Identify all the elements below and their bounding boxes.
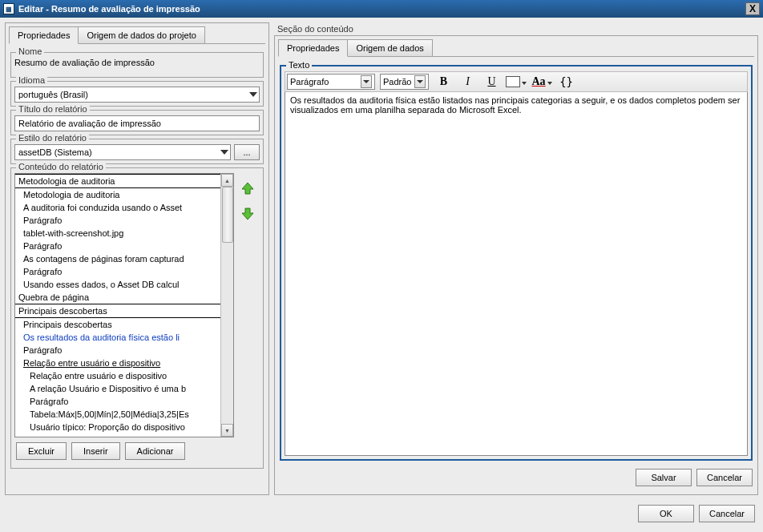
language-value: português (Brasil) (18, 90, 88, 99)
name-label: Nome (16, 46, 44, 56)
chevron-down-icon (522, 77, 527, 87)
move-down-button[interactable] (239, 205, 256, 223)
text-color-icon: Aa (531, 75, 545, 88)
cancel-button-inner[interactable]: Cancelar (696, 469, 753, 486)
text-label: Texto (286, 60, 312, 70)
ok-button[interactable]: OK (638, 505, 694, 522)
char-style-value: Padrão (383, 77, 411, 87)
paragraph-style-value: Parágrafo (290, 77, 357, 87)
editor-toolbar: Parágrafo Padrão B I U (285, 71, 748, 92)
list-item[interactable]: Relação entre usuário e dispositivo (15, 369, 220, 382)
right-panel: Seção do conteúdo Propriedades Origem de… (274, 22, 758, 495)
report-title-input[interactable] (14, 115, 260, 131)
scroll-up-button[interactable]: ▲ (221, 174, 233, 187)
cancel-button[interactable]: Cancelar (699, 505, 755, 522)
editor-textarea[interactable]: Os resultados da auditoria física estão … (285, 92, 748, 456)
italic-button[interactable]: I (458, 74, 477, 90)
content-list[interactable]: Metodologia de auditoriaMetodologia de a… (14, 173, 234, 437)
close-button[interactable]: X (745, 2, 760, 15)
underline-button[interactable]: U (482, 74, 501, 90)
dialog-button-bar: OK Cancelar (0, 500, 763, 527)
insert-button[interactable]: Inserir (71, 442, 120, 460)
list-item[interactable]: Quebra de página (15, 291, 220, 304)
text-color-button[interactable]: Aa (531, 75, 551, 88)
list-item[interactable]: Relação entre usuário e dispositivo (15, 357, 220, 369)
titlebar: ▦ Editar - Resumo de avaliação de impres… (0, 0, 763, 18)
chevron-down-icon (249, 92, 257, 97)
list-item[interactable]: Parágrafo (15, 265, 220, 278)
bg-color-button[interactable] (506, 76, 527, 87)
scroll-down-button[interactable]: ▼ (221, 424, 233, 437)
content-scrollbar[interactable]: ▲ ▼ (220, 174, 233, 437)
list-item[interactable]: Usando esses dados, o Asset DB calcul (15, 278, 220, 291)
style-value: assetDB (Sistema) (18, 147, 92, 157)
style-select[interactable]: assetDB (Sistema) (14, 144, 231, 160)
list-item[interactable]: Metodologia de auditoria (15, 188, 220, 201)
app-icon: ▦ (3, 3, 14, 14)
chevron-down-icon (220, 150, 228, 155)
list-item[interactable]: Os resultados da auditoria física estão … (15, 331, 220, 344)
list-item[interactable]: tablet-with-screenshot.jpg (15, 227, 220, 240)
window-title: Editar - Resumo de avaliação de impressã… (18, 4, 745, 14)
list-item[interactable]: As contagens de páginas foram capturad (15, 252, 220, 265)
arrow-down-icon (240, 207, 255, 221)
chevron-down-icon (361, 75, 372, 88)
chevron-down-icon (547, 77, 552, 87)
left-panel: Propriedades Origem de dados do projeto … (5, 22, 269, 495)
paragraph-style-select[interactable]: Parágrafo (287, 74, 375, 90)
tab-properties-right[interactable]: Propriedades (278, 39, 348, 57)
style-browse-button[interactable]: ... (234, 144, 260, 160)
list-item[interactable]: A relação Usuário e Dispositivo é uma b (15, 382, 220, 395)
style-fieldset: Estilo do relatório assetDB (Sistema) ..… (10, 139, 264, 164)
list-item[interactable]: Parágrafo (15, 395, 220, 408)
language-fieldset: Idioma português (Brasil) (10, 81, 264, 107)
report-title-label: Título do relatório (16, 104, 90, 114)
list-item[interactable]: Tabela:Máx|5,00|Mín|2,50|Média|3,25|Es (15, 408, 220, 421)
add-button[interactable]: Adicionar (125, 442, 186, 460)
list-item[interactable]: Principais descobertas (15, 318, 220, 331)
insert-field-button[interactable]: {} (557, 74, 576, 90)
list-item[interactable]: Principais descobertas (15, 304, 220, 318)
move-up-button[interactable] (239, 179, 256, 197)
name-fieldset: Nome Resumo de avaliação de impressão (10, 52, 264, 78)
right-tabs: Propriedades Origem de dados (278, 39, 754, 57)
char-style-select[interactable]: Padrão (380, 74, 429, 90)
list-item[interactable]: Parágrafo (15, 214, 220, 227)
save-button[interactable]: Salvar (636, 469, 692, 486)
tab-properties[interactable]: Propriedades (9, 26, 79, 44)
style-label: Estilo do relatório (16, 133, 89, 143)
svg-marker-0 (242, 183, 253, 194)
list-item[interactable]: A auditoria foi conduzida usando o Asset (15, 201, 220, 214)
tab-data-origin-right[interactable]: Origem de dados (347, 39, 432, 57)
language-label: Idioma (16, 75, 47, 85)
content-label: Conteúdo do relatório (16, 162, 106, 171)
scroll-thumb[interactable] (222, 187, 233, 243)
arrow-up-icon (240, 181, 255, 195)
delete-button[interactable]: Excluir (16, 442, 67, 460)
left-tabs: Propriedades Origem de dados do projeto (9, 26, 265, 44)
color-swatch-icon (506, 76, 520, 87)
list-item[interactable]: Metodologia de auditoria (15, 174, 220, 188)
text-fieldset: Texto Parágrafo Padrão B I U (280, 65, 753, 461)
language-select[interactable]: português (Brasil) (14, 87, 260, 103)
report-title-fieldset: Título do relatório (10, 110, 264, 135)
bold-button[interactable]: B (434, 74, 453, 90)
list-item[interactable]: Parágrafo (15, 344, 220, 357)
chevron-down-icon (414, 75, 426, 88)
name-display: Resumo de avaliação de impressão (14, 58, 260, 74)
content-fieldset: Conteúdo do relatório Metodologia de aud… (10, 167, 264, 469)
list-item[interactable]: Parágrafo (15, 240, 220, 252)
tab-data-origin[interactable]: Origem de dados do projeto (78, 26, 204, 44)
svg-marker-1 (242, 208, 253, 220)
section-label: Seção do conteúdo (274, 22, 758, 35)
list-item[interactable]: Usuário típico: Proporção do dispositivo (15, 421, 220, 433)
